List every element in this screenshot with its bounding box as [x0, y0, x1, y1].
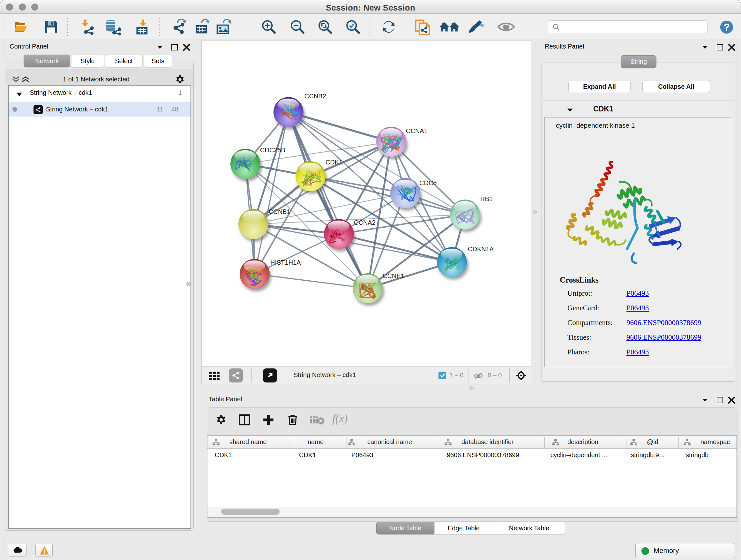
svg-text:CDK1: CDK1: [326, 159, 342, 166]
svg-text:CCNA2: CCNA2: [354, 219, 376, 226]
svg-text:RB1: RB1: [480, 195, 493, 202]
svg-text:CDKN1A: CDKN1A: [468, 246, 494, 253]
svg-text:?: ?: [724, 22, 730, 33]
svg-text:HIST1H1A: HIST1H1A: [270, 259, 301, 266]
svg-text:CCNB2: CCNB2: [305, 92, 326, 100]
svg-text:CCNE1: CCNE1: [383, 272, 404, 279]
svg-text:CCNB1: CCNB1: [269, 208, 290, 215]
svg-text:CCNA1: CCNA1: [406, 127, 428, 134]
svg-text:CDC6: CDC6: [419, 179, 436, 186]
svg-text:CDC25B: CDC25B: [260, 146, 285, 153]
